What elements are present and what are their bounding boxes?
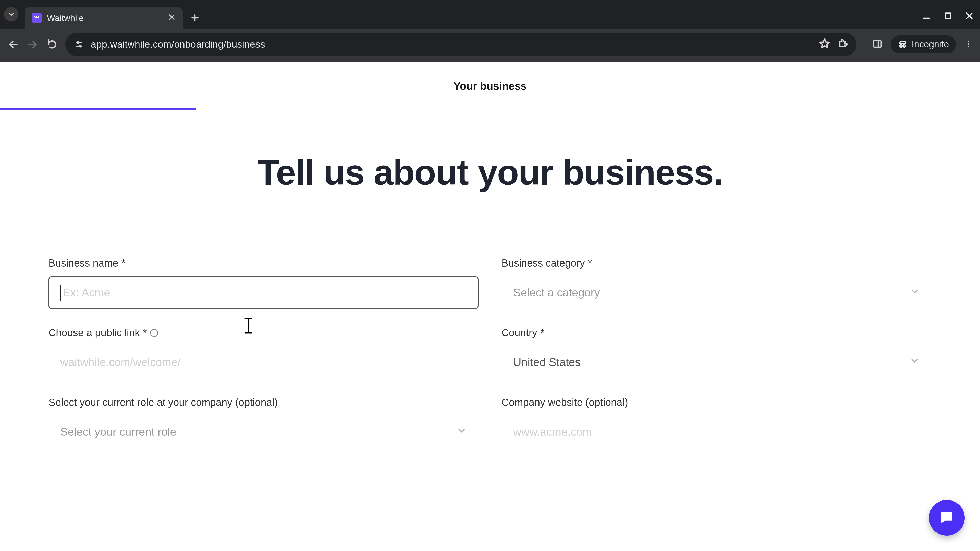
role-select[interactable]: Select your current role [48,415,479,448]
tab-title: Waitwhile [47,13,84,23]
omnibox[interactable]: app.waitwhile.com/onboarding/business [65,33,856,56]
svg-marker-14 [820,39,829,48]
business-name-placeholder: Ex: Acme [63,286,110,299]
page-heading: Tell us about your business. [0,154,980,191]
business-category-value: Select a category [513,286,600,299]
chat-bubble-icon [939,510,955,526]
role-label: Select your current role at your company… [48,397,278,408]
minimize-icon [922,11,931,21]
public-link-placeholder: waitwhile.com/welcome/ [60,356,181,368]
chevron-down-icon [457,426,467,438]
field-country: Country * United States [501,327,932,379]
onboarding-progress-bar [0,108,196,110]
incognito-indicator[interactable]: Incognito [891,35,956,53]
required-marker: * [143,327,147,338]
tab-strip: Waitwhile [0,0,980,29]
maximize-icon [943,11,953,21]
chevron-down-icon [910,356,920,368]
close-icon [965,11,974,21]
svg-rect-15 [873,41,881,48]
nav-back-button[interactable] [7,38,19,51]
close-icon [168,13,176,21]
business-category-select[interactable]: Select a category [501,276,932,309]
new-tab-button[interactable] [186,9,204,27]
country-select[interactable]: United States [501,346,932,379]
plus-icon [190,13,200,22]
field-role: Select your current role at your company… [48,397,479,448]
website-input[interactable]: www.acme.com [501,415,932,448]
field-business-category: Business category * Select a category [501,257,932,309]
bookmark-button[interactable] [819,38,830,51]
chevron-down-icon [7,11,15,18]
incognito-label: Incognito [912,39,949,50]
toolbar-right: Incognito [864,35,973,53]
nav-reload-button[interactable] [46,38,58,51]
browser-tab[interactable]: Waitwhile [24,7,183,29]
site-info-button[interactable] [73,39,85,50]
page-root: Your business Tell us about your busines… [0,62,980,551]
public-link-input[interactable]: waitwhile.com/welcome/ [48,346,479,379]
svg-point-21 [968,43,969,44]
text-caret-icon [60,285,61,301]
info-icon[interactable]: i [150,329,158,337]
chevron-down-icon [910,286,920,299]
window-close-button[interactable] [965,11,974,21]
onboarding-form: Business name * Ex: Acme Business catego… [48,257,932,448]
waitwhile-favicon-icon [32,13,42,23]
svg-point-22 [968,46,969,47]
tab-search-dropdown[interactable] [4,7,18,21]
side-panel-icon [872,39,883,49]
star-icon [819,38,830,49]
reload-icon [47,39,57,50]
required-marker: * [540,327,544,338]
arrow-left-icon [8,39,19,50]
svg-rect-5 [945,13,951,19]
window-maximize-button[interactable] [943,11,953,21]
incognito-icon [898,40,907,49]
toolbar-separator [864,38,864,51]
window-minimize-button[interactable] [922,11,931,21]
required-marker: * [588,257,592,269]
browser-chrome: Waitwhile [0,0,980,62]
tab-close-button[interactable] [168,13,176,23]
public-link-label: Choose a public link [48,327,140,338]
svg-point-20 [968,41,969,42]
field-business-name: Business name * Ex: Acme [48,257,479,309]
tune-icon [75,40,83,49]
nav-forward-button[interactable] [27,38,39,51]
chrome-menu-button[interactable] [964,40,973,49]
onboarding-step-label: Your business [0,62,980,92]
business-name-label: Business name [48,257,118,269]
business-category-label: Business category [501,257,585,269]
website-placeholder: www.acme.com [513,426,592,438]
intercom-chat-button[interactable] [929,500,965,536]
omnibox-url: app.waitwhile.com/onboarding/business [91,39,265,50]
browser-toolbar: app.waitwhile.com/onboarding/business In… [0,29,980,62]
field-website: Company website (optional) www.acme.com [501,397,932,448]
role-value: Select your current role [60,426,177,438]
business-name-input[interactable]: Ex: Acme [48,276,479,309]
puzzle-icon [838,38,848,48]
arrow-right-icon [27,39,38,50]
field-public-link: Choose a public link * i waitwhile.com/w… [48,327,479,379]
country-label: Country [501,327,537,338]
window-controls [922,11,974,21]
extensions-button[interactable] [838,38,848,51]
required-marker: * [121,257,125,269]
website-label: Company website (optional) [501,397,628,408]
country-value: United States [513,356,581,368]
kebab-icon [964,40,973,48]
side-panel-button[interactable] [872,39,883,50]
